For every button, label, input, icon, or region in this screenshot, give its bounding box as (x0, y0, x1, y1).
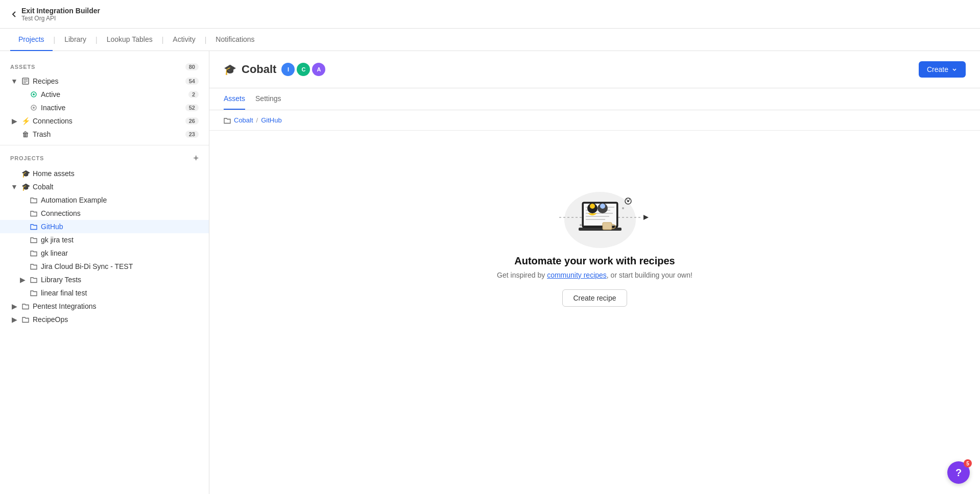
recipes-toggle: ▼ (10, 77, 18, 85)
tab-lookup-tables[interactable]: Lookup Tables (99, 29, 161, 51)
avatar-a: A (312, 63, 325, 76)
recipeops-toggle: ▶ (10, 315, 18, 324)
sidebar-item-pentest-integrations[interactable]: ▶ Pentest Integrations (0, 300, 209, 313)
content-area: 🎓 Cobalt I C A Create Assets Settings Co… (209, 51, 980, 494)
github-label: GitHub (41, 223, 199, 231)
recipeops-label: RecipeOps (33, 315, 199, 324)
tab-library[interactable]: Library (56, 29, 94, 51)
help-badge: 5 (964, 459, 972, 467)
active-count: 2 (188, 91, 199, 98)
trash-count: 23 (185, 131, 199, 138)
empty-state-illustration (544, 171, 646, 243)
folder-icon-library-tests (30, 276, 38, 284)
assets-section-title: ASSETS (10, 64, 35, 70)
sidebar-item-cobalt[interactable]: ▼ 🎓 Cobalt (0, 180, 209, 193)
svg-point-5 (33, 93, 35, 95)
avatar-group: I C A (281, 63, 325, 76)
community-recipes-link[interactable]: community recipes (547, 271, 607, 279)
empty-state: Automate your work with recipes Get insp… (209, 131, 980, 348)
folder-icon-gk-jira (30, 236, 38, 244)
sidebar-item-active[interactable]: ▶ Active 2 (0, 88, 209, 101)
project-title: Cobalt (242, 63, 276, 76)
svg-point-22 (600, 204, 605, 209)
linear-final-test-label: linear final test (41, 289, 199, 297)
home-assets-label: Home assets (33, 169, 199, 178)
tab-notifications[interactable]: Notifications (207, 29, 262, 51)
gk-linear-label: gk linear (41, 249, 199, 257)
tab-activity[interactable]: Activity (164, 29, 203, 51)
topbar-subtitle: Test Org API (21, 15, 100, 22)
breadcrumb-folder-icon (224, 117, 231, 124)
svg-point-26 (622, 207, 624, 209)
svg-point-28 (627, 200, 629, 202)
sidebar-item-inactive[interactable]: ▶ Inactive 52 (0, 101, 209, 114)
tab-assets[interactable]: Assets (224, 88, 245, 110)
create-button[interactable]: Create (919, 61, 966, 78)
sidebar-item-connections[interactable]: ▶ ⚡ Connections 26 (0, 114, 209, 128)
breadcrumb-cobalt-link[interactable]: Cobalt (234, 116, 253, 124)
avatar-i: I (281, 63, 295, 76)
projects-section-title: PROJECTS (10, 155, 44, 161)
svg-point-25 (580, 224, 582, 226)
folder-icon-automation (30, 196, 38, 204)
breadcrumb-github-link[interactable]: GitHub (261, 116, 281, 124)
pentest-toggle: ▶ (10, 302, 18, 310)
sidebar-item-jira-cloud[interactable]: ▶ Jira Cloud Bi-Di Sync - TEST (0, 260, 209, 273)
create-recipe-button[interactable]: Create recipe (562, 289, 627, 307)
cobalt-label: Cobalt (33, 183, 199, 191)
folder-icon-jira-cloud (30, 262, 38, 270)
sidebar-item-library-tests[interactable]: ▶ Library Tests (0, 273, 209, 286)
topbar: Exit Integration Builder Test Org API (0, 0, 980, 29)
avatar-c: C (297, 63, 310, 76)
svg-point-7 (33, 107, 35, 109)
projects-section-header: PROJECTS + (0, 150, 209, 167)
cobalt-toggle: ▼ (10, 183, 18, 191)
gk-jira-test-label: gk jira test (41, 236, 199, 244)
sidebar-item-recipes[interactable]: ▼ Recipes 54 (0, 75, 209, 88)
svg-rect-24 (603, 223, 612, 230)
add-project-button[interactable]: + (193, 154, 199, 163)
pentest-integrations-label: Pentest Integrations (33, 302, 199, 310)
tab-projects[interactable]: Projects (10, 29, 53, 51)
folder-icon-linear-final (30, 289, 38, 297)
home-assets-icon: 🎓 (21, 169, 30, 178)
sidebar-item-gk-jira-test[interactable]: ▶ gk jira test (0, 233, 209, 246)
tab-settings[interactable]: Settings (255, 88, 281, 110)
active-label: Active (41, 90, 185, 98)
folder-icon-github (30, 223, 38, 231)
sidebar-item-trash[interactable]: ▶ 🗑 Trash 23 (0, 128, 209, 141)
sidebar-item-linear-final-test[interactable]: ▶ linear final test (0, 286, 209, 300)
sidebar-item-recipeops[interactable]: ▶ RecipeOps (0, 313, 209, 326)
folder-icon-recipeops (21, 315, 30, 324)
content-tabs: Assets Settings (209, 88, 980, 110)
connections-count: 26 (185, 117, 199, 125)
svg-point-20 (590, 204, 595, 209)
sidebar-item-gk-linear[interactable]: ▶ gk linear (0, 246, 209, 260)
breadcrumb-separator: / (256, 116, 258, 124)
sidebar-item-automation-example[interactable]: ▶ Automation Example (0, 193, 209, 207)
connections-project-label: Connections (41, 209, 199, 217)
inactive-status-icon (30, 104, 38, 112)
folder-icon-connections (30, 209, 38, 217)
content-title-group: 🎓 Cobalt I C A (224, 63, 325, 76)
library-tests-label: Library Tests (41, 276, 199, 284)
sidebar-item-home-assets[interactable]: ▶ 🎓 Home assets (0, 167, 209, 180)
connections-label: Connections (33, 117, 182, 125)
recipes-label: Recipes (33, 77, 182, 85)
sidebar-item-connections-project[interactable]: ▶ Connections (0, 207, 209, 220)
topbar-title: Exit Integration Builder (21, 7, 100, 15)
cobalt-icon: 🎓 (21, 183, 30, 191)
empty-state-title: Automate your work with recipes (514, 255, 675, 267)
help-button[interactable]: 5 ? (947, 461, 970, 484)
inactive-count: 52 (185, 104, 199, 111)
empty-state-description: Get inspired by community recipes, or st… (497, 271, 692, 279)
inactive-label: Inactive (41, 104, 182, 112)
sidebar-divider (0, 145, 209, 145)
svg-marker-23 (643, 215, 649, 220)
sidebar-item-github[interactable]: ▶ GitHub (0, 220, 209, 233)
breadcrumb: Cobalt / GitHub (209, 110, 980, 131)
trash-label: Trash (33, 130, 182, 138)
main-layout: ASSETS 80 ▼ Recipes 54 ▶ Active (0, 51, 980, 494)
nav-tabs: Projects | Library | Lookup Tables | Act… (0, 29, 980, 51)
exit-integration-builder-button[interactable]: Exit Integration Builder Test Org API (10, 7, 100, 22)
